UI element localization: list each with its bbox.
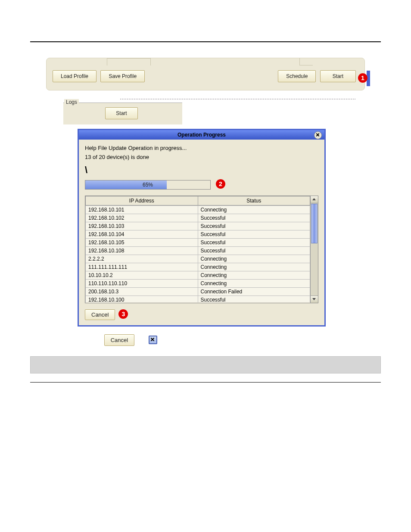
cell-ip: 111.111.111.111 bbox=[86, 263, 198, 271]
dialog-screenshot: Operation Progress Help File Update Oper… bbox=[78, 129, 323, 327]
dialog-close-button[interactable] bbox=[314, 131, 322, 139]
table-row: 111.111.111.111Connecting bbox=[86, 263, 310, 271]
start-button[interactable]: Start bbox=[320, 70, 356, 82]
cell-status: Successful bbox=[198, 214, 310, 222]
cell-status: Successful bbox=[198, 222, 310, 230]
cell-status: Successful bbox=[198, 296, 310, 302]
cell-status: Connection Failed bbox=[198, 287, 310, 296]
progress-bar: 65% bbox=[85, 180, 211, 190]
cell-ip: 192.168.10.103 bbox=[86, 222, 198, 230]
toolbar-slot-decor bbox=[107, 58, 151, 65]
chevron-up-icon bbox=[312, 198, 316, 200]
toolbar-slot-decor-2 bbox=[299, 58, 313, 65]
logs-label: Logs bbox=[64, 99, 79, 105]
note-box bbox=[30, 356, 381, 373]
toolbar-screenshot: Load Profile Save Profile Schedule Start… bbox=[46, 58, 365, 124]
rule-top bbox=[30, 41, 381, 42]
vertical-scrollbar[interactable] bbox=[310, 196, 318, 303]
toolbar-panel: Load Profile Save Profile Schedule Start bbox=[46, 58, 365, 90]
cell-ip: 192.168.10.108 bbox=[86, 246, 198, 255]
cell-status: Connecting bbox=[198, 263, 310, 271]
progress-percent: 65% bbox=[85, 180, 210, 189]
cell-ip: 192.168.10.102 bbox=[86, 214, 198, 222]
status-table-body: 192.168.10.101Connecting192.168.10.102Su… bbox=[85, 205, 310, 302]
save-profile-button[interactable]: Save Profile bbox=[100, 70, 145, 82]
table-row: 192.168.10.100Successful bbox=[86, 296, 310, 302]
col-status-header: Status bbox=[198, 196, 310, 205]
inline-cancel-button[interactable]: Cancel bbox=[104, 334, 134, 346]
cell-status: Successful bbox=[198, 246, 310, 255]
cell-status: Successful bbox=[198, 230, 310, 238]
inline-close-icon[interactable] bbox=[149, 336, 157, 344]
dialog-titlebar: Operation Progress bbox=[79, 130, 324, 140]
callout-1: 1 bbox=[358, 73, 367, 83]
step-1 bbox=[65, 46, 359, 53]
table-row: 192.168.10.101Connecting bbox=[86, 205, 310, 214]
scroll-down-button[interactable] bbox=[311, 296, 318, 303]
scroll-thumb[interactable] bbox=[311, 204, 318, 243]
scroll-up-button[interactable] bbox=[311, 196, 318, 203]
rule-bottom bbox=[30, 382, 381, 383]
col-ip-header: IP Address bbox=[86, 196, 198, 205]
table-row: 192.168.10.103Successful bbox=[86, 222, 310, 230]
logs-start-button[interactable]: Start bbox=[105, 107, 137, 119]
callout-2: 2 bbox=[216, 179, 225, 189]
cell-ip: 2.2.2.2 bbox=[86, 255, 198, 263]
load-profile-button[interactable]: Load Profile bbox=[53, 70, 97, 82]
cell-ip: 192.168.10.105 bbox=[86, 238, 198, 246]
progress-text-1: Help File Update Operation in progress..… bbox=[85, 145, 318, 151]
table-row: 192.168.10.102Successful bbox=[86, 214, 310, 222]
table-row: 110.110.110.110Connecting bbox=[86, 279, 310, 287]
schedule-button[interactable]: Schedule bbox=[278, 70, 316, 82]
step-3: Cancel bbox=[65, 334, 359, 346]
cell-ip: 200.168.10.3 bbox=[86, 287, 198, 296]
chevron-down-icon bbox=[312, 298, 316, 300]
cell-status: Successful bbox=[198, 238, 310, 246]
cell-status: Connecting bbox=[198, 279, 310, 287]
table-row: 192.168.10.105Successful bbox=[86, 238, 310, 246]
cell-status: Connecting bbox=[198, 255, 310, 263]
status-table-wrap: IP Address Status 192.168.10.101Connecti… bbox=[85, 196, 318, 303]
callout-3: 3 bbox=[118, 309, 128, 319]
table-row: 192.168.10.108Successful bbox=[86, 246, 310, 255]
status-table-header: IP Address Status bbox=[85, 196, 310, 205]
cell-ip: 110.110.110.110 bbox=[86, 279, 198, 287]
table-row: 2.2.2.2Connecting bbox=[86, 255, 310, 263]
progress-text-2: 13 of 20 device(s) is done bbox=[85, 154, 318, 160]
cell-status: Connecting bbox=[198, 205, 310, 214]
dialog-title-text: Operation Progress bbox=[177, 132, 226, 138]
logs-panel: Logs Start bbox=[63, 103, 182, 124]
cell-ip: 192.168.10.100 bbox=[86, 296, 198, 302]
dotted-separator bbox=[120, 99, 355, 100]
cell-ip: 10.10.10.2 bbox=[86, 271, 198, 279]
cell-ip: 192.168.10.104 bbox=[86, 230, 198, 238]
table-row: 10.10.10.2Connecting bbox=[86, 271, 310, 279]
table-row: 192.168.10.104Successful bbox=[86, 230, 310, 238]
operation-progress-dialog: Operation Progress Help File Update Oper… bbox=[78, 129, 326, 327]
dialog-cancel-button[interactable]: Cancel bbox=[85, 309, 115, 320]
cell-ip: 192.168.10.101 bbox=[86, 205, 198, 214]
table-row: 200.168.10.3Connection Failed bbox=[86, 287, 310, 296]
spinner-icon: \ bbox=[85, 165, 318, 176]
cell-status: Connecting bbox=[198, 271, 310, 279]
